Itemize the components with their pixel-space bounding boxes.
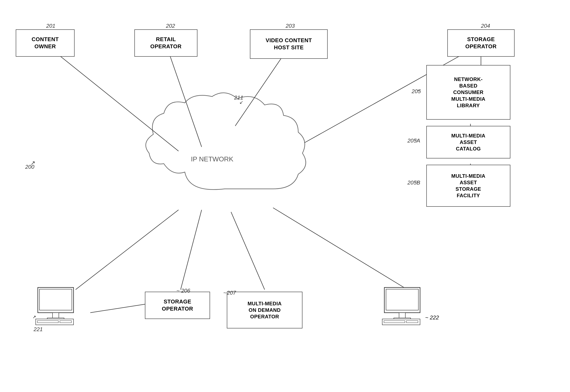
- computer-left: 221 ↗: [34, 285, 80, 335]
- svg-line-6: [76, 210, 178, 290]
- ref-204: 204: [481, 23, 490, 29]
- svg-line-7: [273, 208, 408, 290]
- ref-201: 201: [46, 23, 55, 29]
- computer-right: ~ 222: [380, 285, 426, 328]
- storage-operator-bottom-box: STORAGEOPERATOR: [145, 292, 210, 319]
- svg-line-11: [90, 303, 151, 313]
- svg-line-1: [166, 44, 202, 147]
- multimedia-demand-box: MULTI-MEDIAON DEMANDOPERATOR: [227, 292, 302, 328]
- asset-storage-box: MULTI-MEDIAASSETSTORAGEFACILITY: [426, 165, 510, 207]
- storage-operator-top-box: STORAGEOPERATOR: [447, 29, 514, 57]
- ref-207: 207: [227, 290, 236, 296]
- svg-line-0: [45, 44, 178, 151]
- ref-202: 202: [166, 23, 175, 29]
- svg-rect-21: [399, 313, 405, 318]
- video-content-host-box: VIDEO CONTENTHOST SITE: [250, 29, 328, 59]
- svg-line-5: [231, 212, 265, 290]
- diagram-container: 200 ↗ 211 ↙ IP NETWORK CONTENTOWNER 201 …: [0, 0, 570, 392]
- svg-rect-16: [36, 319, 73, 325]
- svg-line-4: [181, 210, 202, 290]
- ref-221: 221: [34, 326, 80, 333]
- asset-catalog-box: MULTI-MEDIAASSETCATALOG: [426, 126, 510, 158]
- retail-operator-box: RETAILOPERATOR: [134, 29, 197, 57]
- content-owner-box: CONTENTOWNER: [16, 29, 74, 57]
- svg-rect-14: [53, 313, 59, 318]
- svg-rect-13: [40, 289, 72, 310]
- svg-rect-20: [386, 289, 418, 310]
- cloud-label: IP NETWORK: [183, 155, 242, 163]
- svg-rect-23: [382, 319, 420, 325]
- ref-203: 203: [286, 23, 295, 29]
- network-library-box: NETWORK-BASEDCONSUMERMULTI-MEDIALIBRARY: [426, 65, 510, 120]
